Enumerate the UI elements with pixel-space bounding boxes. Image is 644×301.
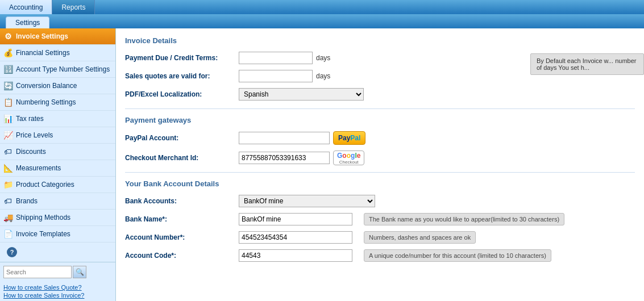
nav-tab-reports[interactable]: Reports <box>52 0 95 14</box>
pdf-localization-row: PDF/Excel Localization: Spanish English … <box>125 88 635 101</box>
tax-rates-icon: 📊 <box>3 114 13 123</box>
sidebar-search-area: 🔍 <box>0 262 115 282</box>
sidebar-item-brands-label: Brands <box>16 197 38 205</box>
bank-accounts-row: Bank Accounts: BankOf mine <box>125 195 635 207</box>
localization-select[interactable]: Spanish English French German <box>239 88 364 101</box>
sidebar-item-conversion-balance[interactable]: 🔄 Conversion Balance <box>0 78 115 94</box>
account-number-tip: Numbers, dashes and spaces are ok <box>364 231 476 244</box>
divider-1 <box>125 108 635 109</box>
sidebar-item-conversion-label: Conversion Balance <box>16 82 77 90</box>
paypal-btn-text-pay: Pay <box>338 134 350 142</box>
sidebar-item-financial-settings[interactable]: 💰 Financial Settings <box>0 45 115 61</box>
bank-name-input[interactable] <box>239 213 352 225</box>
payment-due-label: Payment Due / Credit Terms: <box>125 54 239 62</box>
paypal-account-label: PayPal Account: <box>125 134 239 142</box>
bank-dropdown-wrapper: BankOf mine <box>239 195 375 207</box>
brands-icon: 🏷 <box>3 197 13 206</box>
sales-quotes-days-label: days <box>316 72 330 80</box>
sidebar-item-product-categories[interactable]: 📁 Product Categories <box>0 177 115 193</box>
sidebar-item-invoice-templates-label: Invoice Templates <box>16 230 70 238</box>
checkout-merchant-label: Checkout Merchant Id: <box>125 154 239 162</box>
nav-tab-accounting[interactable]: Accounting <box>0 0 52 14</box>
product-categories-icon: 📁 <box>3 180 13 189</box>
sidebar-item-invoice-settings-label: Invoice Settings <box>16 32 68 40</box>
bank-accounts-select[interactable]: BankOf mine <box>239 195 375 207</box>
account-number-input[interactable] <box>239 231 352 244</box>
paypal-account-row: PayPal Account: PayPal <box>125 131 635 145</box>
payment-due-input[interactable] <box>239 52 313 64</box>
account-number-row: Account Number*: Numbers, dashes and spa… <box>125 231 635 244</box>
divider-2 <box>125 172 635 173</box>
search-button[interactable]: 🔍 <box>73 266 86 278</box>
account-code-input[interactable] <box>239 249 352 262</box>
sidebar-item-discounts-label: Discounts <box>16 148 46 156</box>
account-code-row: Account Code*: A unique code/number for … <box>125 249 635 262</box>
account-number-label: Account Number*: <box>125 233 239 241</box>
sidebar-item-tax-rates-label: Tax rates <box>16 115 44 123</box>
google-checkout-text: Checkout <box>339 160 359 165</box>
bank-name-tip: The Bank name as you would like to appea… <box>364 213 564 225</box>
main-layout: ⚙ Invoice Settings 💰 Financial Settings … <box>0 28 644 301</box>
conversion-icon: 🔄 <box>3 81 13 90</box>
settings-tab-row: Settings <box>0 14 644 28</box>
invoice-templates-icon: 📄 <box>3 229 13 239</box>
bank-name-label: Bank Name*: <box>125 215 239 223</box>
paypal-account-input[interactable] <box>239 132 330 144</box>
payment-due-days-label: days <box>316 54 330 62</box>
invoice-settings-icon: ⚙ <box>3 32 13 41</box>
checkout-merchant-row: Checkout Merchant Id: Google Checkout <box>125 150 635 165</box>
account-code-label: Account Code*: <box>125 252 239 260</box>
sidebar-item-account-type-number[interactable]: 🔢 Account Type Number Settings <box>0 61 115 78</box>
sidebar-item-price-levels[interactable]: 📈 Price Levels <box>0 127 115 144</box>
top-nav: Accounting Reports <box>0 0 644 14</box>
financial-settings-icon: 💰 <box>3 48 13 57</box>
help-link-0[interactable]: How to create Sales Quote? <box>3 284 112 291</box>
price-levels-icon: 📈 <box>3 131 13 140</box>
paypal-button[interactable]: PayPal <box>333 131 365 145</box>
search-input[interactable] <box>3 266 72 278</box>
paypal-btn-text-pal: Pal <box>350 134 360 142</box>
sidebar-item-numbering-label: Numbering Settings <box>16 98 76 106</box>
help-icon[interactable]: ? <box>7 247 17 257</box>
pdf-localization-label: PDF/Excel Localization: <box>125 90 239 98</box>
sidebar-item-invoice-templates[interactable]: 📄 Invoice Templates <box>0 226 115 243</box>
localization-select-wrapper: Spanish English French German <box>239 88 364 101</box>
sidebar-item-financial-settings-label: Financial Settings <box>16 49 70 57</box>
account-code-tip: A unique code/number for this account (l… <box>364 249 551 262</box>
sidebar-item-invoice-settings[interactable]: ⚙ Invoice Settings <box>0 28 115 45</box>
sidebar-item-shipping-methods[interactable]: 🚚 Shipping Methods <box>0 210 115 226</box>
discounts-icon: 🏷 <box>3 147 13 156</box>
bank-accounts-label: Bank Accounts: <box>125 197 239 205</box>
bank-details-title: Your Bank Account Details <box>125 179 635 188</box>
account-type-icon: 🔢 <box>3 65 13 74</box>
help-link-1[interactable]: How to create Sales Invoice? <box>3 292 112 299</box>
sidebar-item-price-levels-label: Price Levels <box>16 131 53 139</box>
numbering-icon: 📋 <box>3 98 13 107</box>
settings-tab[interactable]: Settings <box>6 16 49 28</box>
google-logo-text: Google <box>337 152 360 160</box>
content-area: By Default each Invoice w... number of d… <box>116 28 644 301</box>
sales-quotes-label: Sales quotes are valid for: <box>125 72 239 80</box>
sales-quotes-input[interactable] <box>239 70 313 82</box>
measurements-icon: 📐 <box>3 164 13 173</box>
top-right-info: By Default each Invoice w... number of d… <box>530 53 644 75</box>
payment-gateways-title: Payment gateways <box>125 116 635 124</box>
sidebar-item-shipping-label: Shipping Methods <box>16 214 70 221</box>
sidebar-item-measurements[interactable]: 📐 Measurements <box>0 160 115 177</box>
shipping-icon: 🚚 <box>3 213 13 222</box>
sidebar-item-numbering-settings[interactable]: 📋 Numbering Settings <box>0 94 115 111</box>
invoice-details-title: Invoice Details <box>125 36 635 45</box>
sidebar-item-account-type-label: Account Type Number Settings <box>16 65 110 73</box>
google-checkout-button[interactable]: Google Checkout <box>333 150 364 165</box>
checkout-merchant-input[interactable] <box>239 152 330 164</box>
sidebar-item-tax-rates[interactable]: 📊 Tax rates <box>0 111 115 127</box>
sidebar-item-discounts[interactable]: 🏷 Discounts <box>0 144 115 160</box>
sidebar-item-measurements-label: Measurements <box>16 164 61 172</box>
sidebar-help-links: How to create Sales Quote? How to create… <box>0 282 115 301</box>
sidebar-item-product-categories-label: Product Categories <box>16 181 74 189</box>
bank-name-row: Bank Name*: The Bank name as you would l… <box>125 213 635 225</box>
sidebar: ⚙ Invoice Settings 💰 Financial Settings … <box>0 28 116 301</box>
sidebar-item-brands[interactable]: 🏷 Brands <box>0 193 115 210</box>
help-section: ? <box>0 243 115 262</box>
